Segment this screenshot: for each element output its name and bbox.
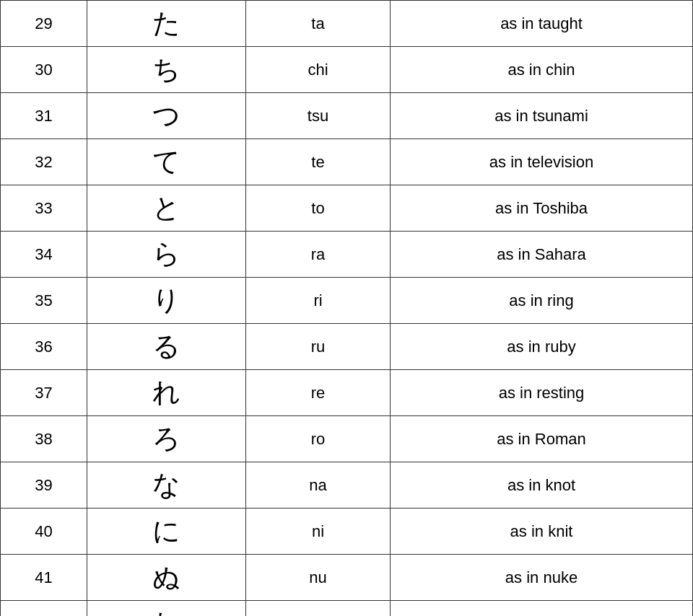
row-number: 42 — [1, 601, 87, 617]
row-number: 38 — [1, 416, 87, 462]
pronunciation-description: as in chin — [391, 47, 693, 93]
kana-character: ら — [87, 232, 246, 278]
kana-character: ろ — [87, 416, 246, 462]
romaji: chi — [246, 47, 391, 93]
romaji: na — [246, 462, 391, 509]
pronunciation-description: as in taught — [391, 1, 693, 47]
romaji: ru — [246, 324, 391, 370]
table-row: 39なnaas in knot — [1, 462, 693, 509]
table-row: 34らraas in Sahara — [1, 232, 693, 278]
kana-character: た — [87, 1, 246, 47]
table-row: 42ねneas in nest — [1, 601, 693, 617]
row-number: 32 — [1, 139, 87, 185]
row-number: 39 — [1, 462, 87, 509]
row-number: 40 — [1, 509, 87, 555]
kana-character: り — [87, 278, 246, 324]
pronunciation-description: as in tsunami — [391, 93, 693, 139]
pronunciation-description: as in Roman — [391, 416, 693, 462]
table-row: 38ろroas in Roman — [1, 416, 693, 462]
row-number: 34 — [1, 232, 87, 278]
table-row: 37れreas in resting — [1, 370, 693, 416]
table-row: 29たtaas in taught — [1, 1, 693, 47]
kana-character: つ — [87, 93, 246, 139]
romaji: nu — [246, 555, 391, 601]
pronunciation-description: as in ring — [391, 278, 693, 324]
row-number: 41 — [1, 555, 87, 601]
kana-character: な — [87, 462, 246, 509]
row-number: 33 — [1, 185, 87, 232]
table-row: 33とtoas in Toshiba — [1, 185, 693, 232]
romaji: ni — [246, 509, 391, 555]
row-number: 35 — [1, 278, 87, 324]
kana-character: に — [87, 509, 246, 555]
pronunciation-description: as in nuke — [391, 555, 693, 601]
table-row: 32てteas in television — [1, 139, 693, 185]
romaji: ne — [246, 601, 391, 617]
pronunciation-description: as in television — [391, 139, 693, 185]
romaji: re — [246, 370, 391, 416]
kana-character: ね — [87, 601, 246, 617]
kana-character: ぬ — [87, 555, 246, 601]
kana-character: る — [87, 324, 246, 370]
pronunciation-description: as in knit — [391, 509, 693, 555]
table-row: 30ちchias in chin — [1, 47, 693, 93]
romaji: ra — [246, 232, 391, 278]
table-row: 31つtsuas in tsunami — [1, 93, 693, 139]
table-row: 36るruas in ruby — [1, 324, 693, 370]
table-row: 35りrias in ring — [1, 278, 693, 324]
romaji: to — [246, 185, 391, 232]
kana-character: れ — [87, 370, 246, 416]
pronunciation-description: as in resting — [391, 370, 693, 416]
pronunciation-description: as in nest — [391, 601, 693, 617]
pronunciation-description: as in Sahara — [391, 232, 693, 278]
romaji: tsu — [246, 93, 391, 139]
hiragana-table: 29たtaas in taught30ちchias in chin31つtsua… — [0, 0, 693, 616]
row-number: 29 — [1, 1, 87, 47]
pronunciation-description: as in Toshiba — [391, 185, 693, 232]
kana-character: て — [87, 139, 246, 185]
romaji: ro — [246, 416, 391, 462]
pronunciation-description: as in knot — [391, 462, 693, 509]
row-number: 37 — [1, 370, 87, 416]
romaji: ta — [246, 1, 391, 47]
row-number: 36 — [1, 324, 87, 370]
pronunciation-description: as in ruby — [391, 324, 693, 370]
kana-character: ち — [87, 47, 246, 93]
kana-character: と — [87, 185, 246, 232]
table-row: 40にnias in knit — [1, 509, 693, 555]
row-number: 30 — [1, 47, 87, 93]
romaji: te — [246, 139, 391, 185]
row-number: 31 — [1, 93, 87, 139]
romaji: ri — [246, 278, 391, 324]
table-row: 41ぬnuas in nuke — [1, 555, 693, 601]
